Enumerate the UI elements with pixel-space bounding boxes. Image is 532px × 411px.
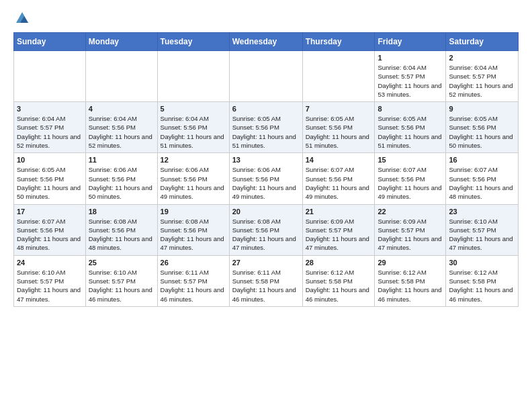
day-cell: 6Sunrise: 6:05 AMSunset: 5:56 PMDaylight… <box>229 102 302 153</box>
day-info: Sunrise: 6:04 AMSunset: 5:57 PMDaylight:… <box>378 63 443 99</box>
day-cell <box>302 51 375 102</box>
day-cell <box>157 51 229 102</box>
day-number: 22 <box>378 208 443 216</box>
day-number: 27 <box>232 259 300 267</box>
day-info: Sunrise: 6:10 AMSunset: 5:57 PMDaylight:… <box>17 268 83 304</box>
week-row-3: 17Sunrise: 6:07 AMSunset: 5:56 PMDayligh… <box>14 204 519 255</box>
day-info: Sunrise: 6:05 AMSunset: 5:56 PMDaylight:… <box>449 114 515 150</box>
day-cell: 14Sunrise: 6:07 AMSunset: 5:56 PMDayligh… <box>302 153 375 204</box>
day-info: Sunrise: 6:05 AMSunset: 5:56 PMDaylight:… <box>232 114 300 150</box>
day-number: 13 <box>232 156 300 164</box>
weekday-header-tuesday: Tuesday <box>157 33 229 51</box>
day-cell: 29Sunrise: 6:12 AMSunset: 5:58 PMDayligh… <box>375 255 446 306</box>
day-number: 12 <box>161 156 226 164</box>
day-info: Sunrise: 6:04 AMSunset: 5:56 PMDaylight:… <box>161 114 226 150</box>
day-number: 15 <box>378 156 443 164</box>
weekday-header-monday: Monday <box>85 33 157 51</box>
day-number: 19 <box>161 208 226 216</box>
day-info: Sunrise: 6:09 AMSunset: 5:57 PMDaylight:… <box>378 217 443 253</box>
day-cell: 2Sunrise: 6:04 AMSunset: 5:57 PMDaylight… <box>446 51 519 102</box>
day-number: 14 <box>306 156 372 164</box>
day-info: Sunrise: 6:05 AMSunset: 5:56 PMDaylight:… <box>17 165 83 201</box>
logo-area <box>13 11 31 26</box>
day-info: Sunrise: 6:11 AMSunset: 5:58 PMDaylight:… <box>232 268 300 304</box>
day-info: Sunrise: 6:06 AMSunset: 5:56 PMDaylight:… <box>89 165 154 201</box>
logo-icon <box>15 11 30 26</box>
day-cell: 11Sunrise: 6:06 AMSunset: 5:56 PMDayligh… <box>85 153 157 204</box>
day-info: Sunrise: 6:12 AMSunset: 5:58 PMDaylight:… <box>378 268 443 304</box>
day-cell <box>85 51 157 102</box>
day-number: 18 <box>89 208 154 216</box>
day-number: 4 <box>89 105 154 113</box>
day-number: 20 <box>232 208 300 216</box>
day-number: 26 <box>161 259 226 267</box>
day-cell: 25Sunrise: 6:10 AMSunset: 5:57 PMDayligh… <box>85 255 157 306</box>
day-cell: 20Sunrise: 6:08 AMSunset: 5:56 PMDayligh… <box>229 204 302 255</box>
day-cell: 3Sunrise: 6:04 AMSunset: 5:57 PMDaylight… <box>14 102 86 153</box>
day-info: Sunrise: 6:05 AMSunset: 5:56 PMDaylight:… <box>378 114 443 150</box>
calendar: SundayMondayTuesdayWednesdayThursdayFrid… <box>13 32 519 307</box>
day-cell: 15Sunrise: 6:07 AMSunset: 5:56 PMDayligh… <box>375 153 446 204</box>
day-info: Sunrise: 6:07 AMSunset: 5:56 PMDaylight:… <box>306 165 372 201</box>
day-cell <box>229 51 302 102</box>
day-info: Sunrise: 6:07 AMSunset: 5:56 PMDaylight:… <box>449 165 515 201</box>
day-number: 3 <box>17 105 83 113</box>
day-cell: 26Sunrise: 6:11 AMSunset: 5:57 PMDayligh… <box>157 255 229 306</box>
week-row-2: 10Sunrise: 6:05 AMSunset: 5:56 PMDayligh… <box>14 153 519 204</box>
day-info: Sunrise: 6:09 AMSunset: 5:57 PMDaylight:… <box>306 217 372 253</box>
day-number: 24 <box>17 259 83 267</box>
day-cell: 28Sunrise: 6:12 AMSunset: 5:58 PMDayligh… <box>302 255 375 306</box>
day-cell: 23Sunrise: 6:10 AMSunset: 5:57 PMDayligh… <box>446 204 519 255</box>
day-info: Sunrise: 6:10 AMSunset: 5:57 PMDaylight:… <box>89 268 154 304</box>
weekday-header-sunday: Sunday <box>14 33 86 51</box>
day-info: Sunrise: 6:06 AMSunset: 5:56 PMDaylight:… <box>232 165 300 201</box>
day-number: 10 <box>17 156 83 164</box>
weekday-header-friday: Friday <box>375 33 446 51</box>
day-number: 5 <box>161 105 226 113</box>
day-number: 16 <box>449 156 515 164</box>
day-cell <box>14 51 86 102</box>
day-number: 17 <box>17 208 83 216</box>
day-number: 30 <box>449 259 515 267</box>
day-cell: 21Sunrise: 6:09 AMSunset: 5:57 PMDayligh… <box>302 204 375 255</box>
day-number: 8 <box>378 105 443 113</box>
weekday-header-row: SundayMondayTuesdayWednesdayThursdayFrid… <box>14 33 519 51</box>
day-cell: 1Sunrise: 6:04 AMSunset: 5:57 PMDaylight… <box>375 51 446 102</box>
day-number: 28 <box>306 259 372 267</box>
day-info: Sunrise: 6:08 AMSunset: 5:56 PMDaylight:… <box>161 217 226 253</box>
day-number: 21 <box>306 208 372 216</box>
weekday-header-wednesday: Wednesday <box>229 33 302 51</box>
day-cell: 12Sunrise: 6:06 AMSunset: 5:56 PMDayligh… <box>157 153 229 204</box>
day-number: 1 <box>378 54 443 62</box>
day-cell: 9Sunrise: 6:05 AMSunset: 5:56 PMDaylight… <box>446 102 519 153</box>
day-cell: 22Sunrise: 6:09 AMSunset: 5:57 PMDayligh… <box>375 204 446 255</box>
day-number: 23 <box>449 208 515 216</box>
day-cell: 8Sunrise: 6:05 AMSunset: 5:56 PMDaylight… <box>375 102 446 153</box>
page: SundayMondayTuesdayWednesdayThursdayFrid… <box>0 0 532 318</box>
day-cell: 30Sunrise: 6:12 AMSunset: 5:58 PMDayligh… <box>446 255 519 306</box>
day-info: Sunrise: 6:04 AMSunset: 5:56 PMDaylight:… <box>89 114 154 150</box>
day-number: 29 <box>378 259 443 267</box>
day-number: 6 <box>232 105 300 113</box>
day-info: Sunrise: 6:11 AMSunset: 5:57 PMDaylight:… <box>161 268 226 304</box>
day-info: Sunrise: 6:12 AMSunset: 5:58 PMDaylight:… <box>449 268 515 304</box>
day-cell: 5Sunrise: 6:04 AMSunset: 5:56 PMDaylight… <box>157 102 229 153</box>
day-info: Sunrise: 6:04 AMSunset: 5:57 PMDaylight:… <box>449 63 515 99</box>
weekday-header-saturday: Saturday <box>446 33 519 51</box>
week-row-0: 1Sunrise: 6:04 AMSunset: 5:57 PMDaylight… <box>14 51 519 102</box>
day-number: 11 <box>89 156 154 164</box>
day-info: Sunrise: 6:07 AMSunset: 5:56 PMDaylight:… <box>17 217 83 253</box>
week-row-4: 24Sunrise: 6:10 AMSunset: 5:57 PMDayligh… <box>14 255 519 306</box>
header <box>13 11 519 26</box>
logo <box>13 11 31 26</box>
day-info: Sunrise: 6:05 AMSunset: 5:56 PMDaylight:… <box>306 114 372 150</box>
day-info: Sunrise: 6:10 AMSunset: 5:57 PMDaylight:… <box>449 217 515 253</box>
day-number: 7 <box>306 105 372 113</box>
day-cell: 17Sunrise: 6:07 AMSunset: 5:56 PMDayligh… <box>14 204 86 255</box>
day-info: Sunrise: 6:12 AMSunset: 5:58 PMDaylight:… <box>306 268 372 304</box>
day-info: Sunrise: 6:08 AMSunset: 5:56 PMDaylight:… <box>89 217 154 253</box>
day-number: 9 <box>449 105 515 113</box>
day-cell: 16Sunrise: 6:07 AMSunset: 5:56 PMDayligh… <box>446 153 519 204</box>
day-info: Sunrise: 6:04 AMSunset: 5:57 PMDaylight:… <box>17 114 83 150</box>
day-cell: 4Sunrise: 6:04 AMSunset: 5:56 PMDaylight… <box>85 102 157 153</box>
